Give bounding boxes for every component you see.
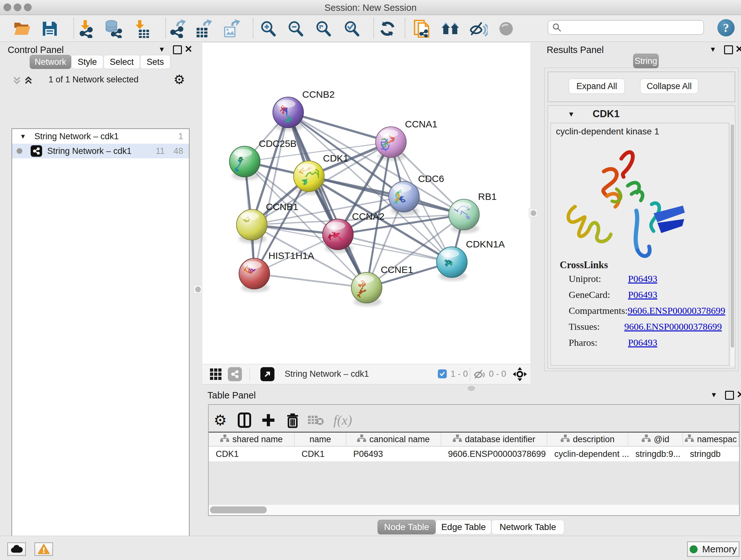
network-node-CDC6[interactable]	[389, 181, 419, 215]
table-cell[interactable]: CDK1	[209, 447, 294, 461]
first-neighbors-icon[interactable]	[440, 19, 461, 39]
crosslink-link[interactable]: P06493	[628, 337, 657, 348]
network-node-HIST1H1A[interactable]	[239, 258, 270, 292]
table-delete-icon[interactable]	[283, 411, 302, 430]
network-node-CDC25B[interactable]	[229, 146, 260, 180]
help-button[interactable]: ?	[718, 19, 735, 37]
column-header-shared-name[interactable]: shared name	[209, 433, 294, 446]
table-panel-float-icon[interactable]	[725, 391, 734, 400]
table-cell[interactable]: 9606.ENSP00000378699	[441, 447, 547, 461]
network-collection-row[interactable]: ▼ String Network – cdk1 1	[12, 129, 189, 144]
zoom-in-icon[interactable]	[257, 19, 279, 39]
hide-selected-eye-icon[interactable]	[468, 19, 489, 39]
search-box[interactable]	[548, 20, 704, 35]
network-node-CCNA2[interactable]	[323, 219, 353, 253]
table-cell[interactable]: P06493	[346, 447, 441, 461]
import-table-icon[interactable]	[130, 19, 152, 39]
table-columns-icon[interactable]	[235, 411, 254, 430]
refresh-icon[interactable]	[377, 19, 398, 39]
control-panel-float-icon[interactable]	[173, 45, 182, 54]
tab-string[interactable]: String	[633, 54, 659, 68]
save-icon[interactable]	[39, 19, 61, 39]
column-header-name[interactable]: name	[294, 433, 346, 446]
network-node-RB1[interactable]	[449, 199, 479, 233]
network-node-CCNB2[interactable]	[273, 97, 304, 131]
table-gear-icon[interactable]: ⚙	[211, 411, 230, 430]
network-row[interactable]: String Network – cdk1 11 48	[12, 144, 189, 159]
network-edge[interactable]	[288, 112, 367, 288]
table-cell[interactable]: stringdb:9...	[628, 447, 683, 461]
tab-edge-table[interactable]: Edge Table	[435, 520, 491, 535]
crosslink-link[interactable]: 9606.ENSP00000378699	[624, 321, 722, 332]
export-network-icon[interactable]	[166, 19, 188, 39]
results-scrollbar[interactable]	[730, 123, 735, 366]
export-table-icon[interactable]	[193, 19, 214, 39]
import-network-icon[interactable]	[75, 19, 97, 39]
results-panel-close-icon[interactable]: ✕	[735, 44, 741, 55]
column-header-description[interactable]: description	[547, 433, 628, 446]
zoom-fit-icon[interactable]	[313, 19, 334, 39]
network-node-CDK1[interactable]	[293, 161, 324, 195]
table-panel-collapse-icon[interactable]: ▼	[711, 391, 718, 399]
table-cell[interactable]: cyclin-dependent ...	[547, 447, 628, 461]
open-folder-icon[interactable]	[11, 19, 33, 39]
import-network-database-icon[interactable]	[102, 19, 124, 39]
network-node-CCNB1[interactable]	[237, 209, 267, 243]
warning-button[interactable]	[35, 543, 53, 556]
network-edge[interactable]	[254, 273, 367, 288]
tab-network-table[interactable]: Network Table	[491, 520, 564, 535]
crosslink-link[interactable]: P06493	[628, 289, 657, 300]
table-delete-table-icon[interactable]	[306, 411, 325, 430]
grid-view-icon[interactable]	[209, 368, 222, 382]
zoom-out-icon[interactable]	[285, 19, 307, 39]
cloud-button[interactable]	[7, 543, 26, 556]
table-function-builder-icon[interactable]: f(x)	[329, 411, 356, 430]
tab-select[interactable]: Select	[104, 55, 140, 69]
open-in-new-window-icon[interactable]	[260, 367, 274, 381]
memory-button[interactable]: Memory	[687, 542, 739, 557]
network-node-CCNA1[interactable]	[376, 127, 406, 161]
vertical-splitter-handle[interactable]	[529, 208, 538, 217]
control-panel-collapse-icon[interactable]: ▼	[158, 45, 165, 54]
table-cell[interactable]: CDK1	[294, 447, 346, 461]
column-header-canonical-name[interactable]: canonical name	[346, 433, 441, 446]
table-add-icon[interactable]	[259, 411, 278, 430]
vertical-splitter-handle[interactable]	[193, 285, 202, 294]
expand-all-chevrons-icon[interactable]	[11, 75, 22, 85]
column-header-@id[interactable]: @id	[628, 433, 683, 446]
network-node-CDKN1A[interactable]	[436, 247, 467, 281]
gear-icon[interactable]: ⚙	[174, 72, 185, 87]
selected-checkbox-icon[interactable]	[438, 369, 447, 378]
scrollbar-thumb[interactable]	[210, 506, 267, 513]
table-horizontal-scrollbar[interactable]	[209, 504, 739, 515]
search-input[interactable]	[562, 22, 690, 33]
gene-collapse-arrow-icon[interactable]: ▼	[568, 110, 575, 118]
column-header-database-identifier[interactable]: database identifier	[441, 433, 547, 446]
network-canvas[interactable]: CCNB2CCNA1CDC25BCDK1CDC6RB1CCNB1CCNA2CDK…	[202, 43, 530, 364]
tab-sets[interactable]: Sets	[140, 55, 171, 69]
birds-eye-view-icon[interactable]	[513, 367, 527, 383]
tab-node-table[interactable]: Node Table	[378, 520, 435, 535]
copy-network-icon[interactable]	[411, 19, 433, 39]
tab-network[interactable]: Network	[30, 55, 71, 69]
collapse-all-button[interactable]: Collapse All	[640, 78, 698, 94]
results-panel-collapse-icon[interactable]: ▼	[710, 45, 717, 54]
collection-expand-arrow-icon[interactable]: ▼	[20, 133, 26, 140]
column-header-namespac[interactable]: namespac	[683, 433, 739, 446]
string-style-icon[interactable]	[228, 367, 242, 381]
export-image-icon[interactable]	[220, 19, 242, 39]
network-node-CCNE1[interactable]	[351, 272, 382, 306]
results-panel-float-icon[interactable]	[724, 45, 733, 54]
show-all-eye-icon[interactable]	[495, 19, 517, 39]
collapse-all-chevrons-icon[interactable]	[23, 75, 34, 85]
network-edge[interactable]	[254, 112, 288, 273]
crosslink-link[interactable]: P06493	[628, 273, 657, 284]
tab-style[interactable]: Style	[71, 55, 104, 69]
table-row[interactable]: CDK1CDK1P064939606.ENSP00000378699cyclin…	[209, 447, 739, 461]
table-cell[interactable]: stringdb	[683, 447, 739, 461]
control-panel-close-icon[interactable]: ✕	[185, 44, 192, 55]
table-panel-close-icon[interactable]: ✕	[737, 389, 741, 400]
crosslink-link[interactable]: 9606.ENSP00000378699	[628, 305, 725, 316]
expand-all-button[interactable]: Expand All	[569, 78, 625, 94]
zoom-selected-icon[interactable]	[341, 19, 362, 39]
